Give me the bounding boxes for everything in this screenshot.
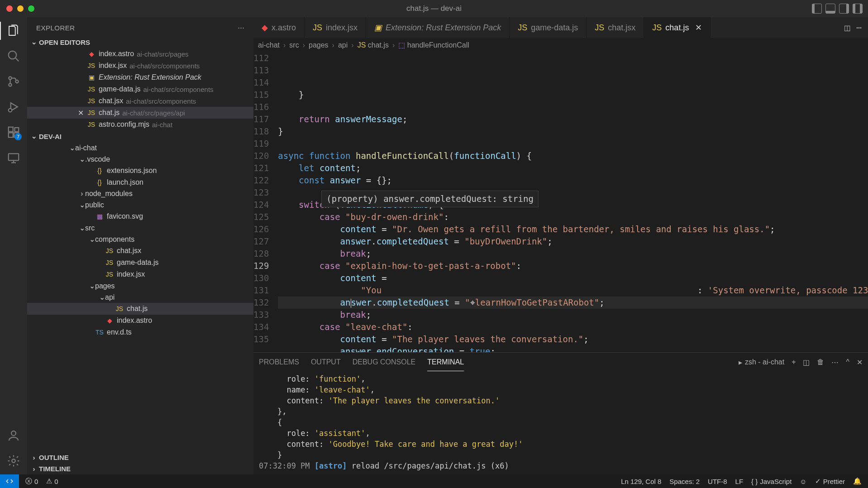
editor-tab[interactable]: JSchat.jsx — [587, 17, 644, 38]
remote-indicator[interactable] — [0, 474, 19, 488]
run-debug-icon[interactable] — [6, 100, 21, 114]
open-editor-item[interactable]: ◆index.astroai-chat/src/pages — [27, 48, 253, 60]
split-terminal-icon[interactable]: ◫ — [803, 358, 810, 367]
chevron-down-icon: ⌄ — [79, 224, 85, 232]
editor-tab[interactable]: JSchat.js✕ — [644, 17, 711, 38]
breadcrumb-segment[interactable]: ⬚ handleFunctionCall — [398, 41, 469, 49]
settings-gear-icon[interactable] — [6, 454, 21, 468]
file-item[interactable]: JSindex.jsx — [27, 268, 253, 280]
breadcrumb-segment[interactable]: src — [289, 41, 299, 49]
file-item[interactable]: ▦favicon.svg — [27, 211, 253, 222]
status-warnings[interactable]: ⚠ 0 — [46, 477, 58, 485]
folder-item[interactable]: ⌄api — [27, 292, 253, 303]
more-actions-icon[interactable]: ⋯ — [856, 22, 862, 33]
open-editor-item[interactable]: JSchat.jsxai-chat/src/components — [27, 95, 253, 107]
source-control-icon[interactable] — [6, 74, 21, 89]
svg-rect-9 — [9, 153, 19, 160]
file-item[interactable]: {}launch.json — [27, 177, 253, 188]
search-icon[interactable] — [6, 49, 21, 63]
toggle-panel[interactable] — [825, 4, 835, 14]
breadcrumb-segment[interactable]: JS chat.js — [358, 41, 389, 49]
breadcrumb[interactable]: ai-chat›src›pages›api›JS chat.js›⬚ handl… — [253, 38, 868, 52]
status-language[interactable]: { } JavaScript — [751, 478, 792, 485]
hover-tooltip: (property) answer.completedQuest: string — [321, 191, 539, 207]
panel-tab-terminal[interactable]: TERMINAL — [427, 354, 464, 371]
close-panel-icon[interactable]: ✕ — [857, 358, 863, 367]
status-prettier[interactable]: ✓ Prettier — [815, 477, 845, 485]
editor-tab[interactable]: JSindex.jsx — [305, 17, 366, 38]
file-item[interactable]: TSenv.d.ts — [27, 326, 253, 338]
explorer-more-icon[interactable]: ⋯ — [238, 24, 245, 32]
editor-tab[interactable]: JSgame-data.js — [510, 17, 587, 38]
close-tab-icon[interactable]: ✕ — [695, 23, 702, 33]
outline-header[interactable]: › OUTLINE — [27, 452, 253, 463]
more-terminal-icon[interactable]: ⋯ — [831, 358, 839, 367]
svg-point-11 — [12, 459, 15, 463]
customize-layout[interactable] — [853, 4, 863, 14]
terminal-output[interactable]: role: 'function', name: 'leave-chat', co… — [253, 372, 868, 474]
folder-item[interactable]: ⌄.vscode — [27, 153, 253, 165]
file-item[interactable]: {}extensions.json — [27, 165, 253, 177]
extensions-icon[interactable]: 7 — [6, 125, 21, 139]
workspace-header[interactable]: ⌄ DEV-AI — [27, 130, 253, 142]
toggle-primary-sidebar[interactable] — [812, 4, 822, 14]
explorer-icon[interactable] — [6, 24, 21, 38]
editor-tab[interactable]: ◆x.astro — [253, 17, 305, 38]
window-title: chat.js — dev-ai — [406, 4, 462, 13]
file-item[interactable]: ◆index.astro — [27, 315, 253, 326]
accounts-icon[interactable] — [6, 428, 21, 443]
timeline-header[interactable]: › TIMELINE — [27, 463, 253, 474]
status-errors[interactable]: ⓧ 0 — [25, 477, 38, 486]
open-editor-item[interactable]: JSastro.config.mjsai-chat — [27, 119, 253, 130]
folder-item[interactable]: ⌄src — [27, 222, 253, 234]
breadcrumb-segment[interactable]: ai-chat — [258, 41, 280, 49]
file-item[interactable]: JSchat.jsx — [27, 245, 253, 257]
open-editor-item[interactable]: ✕JSchat.jsai-chat/src/pages/api — [27, 107, 253, 119]
panel-tab-output[interactable]: OUTPUT — [311, 354, 341, 371]
folder-item[interactable]: ⌄pages — [27, 280, 253, 292]
file-item[interactable]: JSchat.js — [27, 303, 253, 315]
kill-terminal-icon[interactable]: 🗑 — [817, 358, 824, 366]
editor-tabs: ◆x.astroJSindex.jsx▣Extension: Rust Exte… — [253, 17, 868, 38]
window-maximize[interactable] — [28, 5, 34, 12]
folder-item[interactable]: ›node_modules — [27, 188, 253, 199]
breadcrumb-segment[interactable]: pages — [309, 41, 329, 49]
status-eol[interactable]: LF — [735, 478, 744, 485]
folder-item[interactable]: ⌄ai-chat — [27, 142, 253, 153]
split-editor-icon[interactable]: ◫ — [844, 22, 850, 33]
panel-tab-problems[interactable]: PROBLEMS — [259, 354, 299, 371]
window-close[interactable] — [6, 5, 13, 12]
svg-point-0 — [9, 51, 17, 59]
maximize-panel-icon[interactable]: ^ — [846, 358, 849, 366]
open-editor-item[interactable]: ▣Extension: Rust Extension Pack — [27, 72, 253, 83]
panel-tab-debug-console[interactable]: DEBUG CONSOLE — [353, 354, 416, 371]
code-editor[interactable]: 1121131141151161171181191201211221231241… — [253, 52, 868, 352]
status-feedback-icon[interactable]: ☺ — [800, 478, 806, 485]
open-editor-item[interactable]: JSindex.jsxai-chat/src/components — [27, 60, 253, 72]
terminal-selector[interactable]: ▸ zsh - ai-chat — [739, 358, 784, 367]
status-indent[interactable]: Spaces: 2 — [669, 478, 700, 485]
bottom-panel: PROBLEMSOUTPUTDEBUG CONSOLETERMINAL ▸ zs… — [253, 352, 868, 474]
status-notifications-icon[interactable]: 🔔 — [853, 477, 862, 485]
open-editors-header[interactable]: ⌄ OPEN EDITORS — [27, 36, 253, 48]
breadcrumb-segment[interactable]: api — [338, 41, 348, 49]
status-cursor[interactable]: Ln 129, Col 8 — [621, 478, 661, 485]
file-item[interactable]: JSgame-data.js — [27, 257, 253, 268]
status-encoding[interactable]: UTF-8 — [708, 478, 727, 485]
window-minimize[interactable] — [17, 5, 24, 12]
toggle-secondary-sidebar[interactable] — [839, 4, 849, 14]
folder-item[interactable]: ⌄public — [27, 199, 253, 211]
open-editor-item[interactable]: JSgame-data.jsai-chat/src/components — [27, 83, 253, 95]
folder-item[interactable]: ⌄components — [27, 234, 253, 245]
close-icon[interactable]: ✕ — [78, 109, 84, 117]
status-bar: ⓧ 0 ⚠ 0 Ln 129, Col 8 Spaces: 2 UTF-8 LF… — [0, 474, 868, 488]
svg-rect-8 — [15, 128, 19, 132]
chevron-down-icon: ⌄ — [31, 38, 37, 46]
editor-tab[interactable]: ▣Extension: Rust Extension Pack — [366, 17, 510, 38]
new-terminal-icon[interactable]: + — [792, 358, 796, 366]
explorer-sidebar: EXPLORER ⋯ ⌄ OPEN EDITORS ◆index.astroai… — [27, 17, 253, 474]
svg-point-4 — [9, 109, 12, 112]
svg-rect-5 — [9, 127, 13, 132]
remote-explorer-icon[interactable] — [6, 150, 21, 165]
svg-point-2 — [9, 83, 11, 86]
